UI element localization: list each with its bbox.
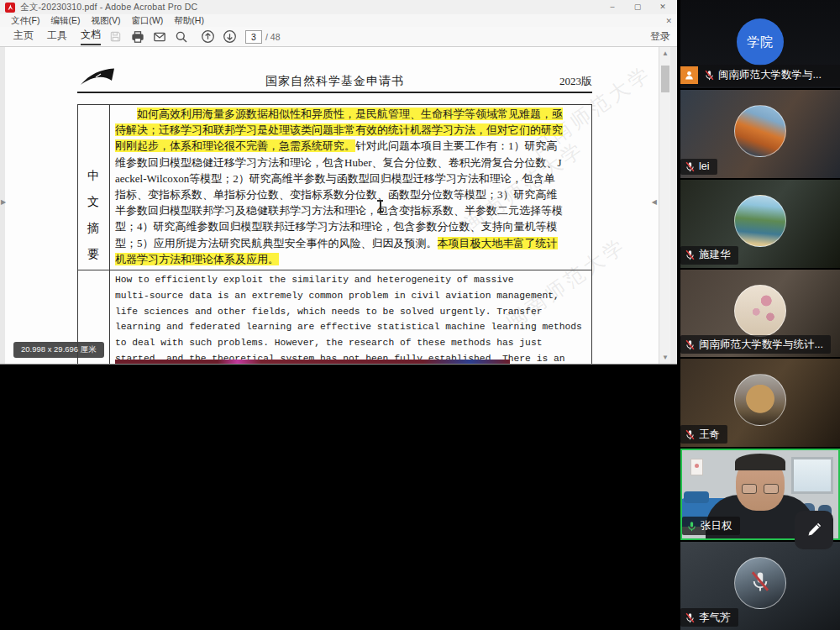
scrollbar-thumb[interactable]	[661, 66, 669, 92]
pdf-document-view[interactable]: 闽南师范大学 闽南师范大学 闽南师范大学 国家自然科学基金申请书 2023版 中…	[0, 47, 677, 364]
menu-help[interactable]: 帮助(H)	[174, 15, 204, 27]
vertical-scrollbar[interactable]: ▲ ▼	[659, 47, 670, 364]
chinese-abstract: 如何高效利用海量多源数据相似性和异质性，是民航管理、生命科学等领域常见难题，亟待…	[115, 106, 591, 267]
participant-name: 李气芳	[699, 611, 731, 625]
participant-name: 张日权	[701, 519, 732, 533]
mic-muted-icon	[685, 339, 696, 350]
page-number-input[interactable]: 3	[245, 30, 262, 44]
mic-muted-icon	[685, 161, 696, 172]
page-down-icon[interactable]	[223, 29, 237, 44]
menubar-close-icon[interactable]: ✕	[665, 17, 672, 25]
avatar	[734, 285, 786, 337]
tab-tools[interactable]: 工具	[47, 29, 67, 45]
participant-tile[interactable]: lei	[680, 90, 840, 178]
participant-tile[interactable]: 李气芳	[680, 542, 840, 630]
document-version: 2023版	[77, 74, 592, 89]
acrobat-titlebar[interactable]: 全文-20230310.pdf - Adobe Acrobat Pro DC –…	[0, 0, 677, 14]
abstract-row-divider	[77, 270, 592, 270]
save-icon[interactable]	[108, 29, 123, 44]
abstract-table-divider	[109, 104, 110, 364]
acrobat-menubar: 文件(F) 编辑(E) 视图(V) 窗口(W) 帮助(H) ✕	[0, 14, 677, 27]
header-rule	[77, 92, 592, 93]
acrobat-window: 全文-20230310.pdf - Adobe Acrobat Pro DC –…	[0, 0, 677, 365]
left-panel-handle[interactable]: ▶	[1, 198, 6, 206]
avatar: 学院	[737, 18, 784, 66]
mic-muted-icon	[685, 429, 696, 440]
minimize-button[interactable]: –	[600, 0, 625, 14]
scroll-down-icon[interactable]: ▼	[659, 354, 671, 361]
abstract-side-label: 中 文 摘 要	[83, 163, 103, 267]
mic-active-icon	[686, 521, 697, 532]
participant-tile[interactable]: 施建华	[680, 180, 840, 268]
text-cursor	[376, 200, 384, 213]
participant-name: 闽南师范大学数学与统计...	[699, 338, 823, 352]
scroll-up-icon[interactable]: ▲	[659, 50, 671, 57]
avatar	[734, 374, 786, 426]
print-icon[interactable]	[130, 29, 144, 44]
menu-window[interactable]: 窗口(W)	[131, 15, 163, 27]
right-panel-handle[interactable]: ◀	[652, 198, 657, 206]
participant-tile[interactable]: 闽南师范大学数学与统计...	[680, 270, 840, 358]
mic-muted-icon	[685, 612, 696, 623]
avatar	[734, 195, 786, 247]
participant-name: lei	[699, 160, 710, 172]
participant-name: 施建华	[699, 248, 731, 262]
participant-tile[interactable]: 学院 闽南师范大学数学与...	[680, 0, 840, 88]
clipped-next-line	[115, 360, 510, 364]
avatar	[734, 105, 786, 157]
tab-home[interactable]: 主页	[13, 29, 34, 45]
close-button[interactable]: ✕	[650, 0, 675, 14]
page-size-tooltip: 20.998 x 29.696 厘米	[13, 342, 104, 358]
tab-document[interactable]: 文档	[81, 28, 101, 45]
menu-file[interactable]: 文件(F)	[11, 15, 39, 27]
email-icon[interactable]	[152, 29, 166, 44]
window-title: 全文-20230310.pdf - Adobe Acrobat Pro DC	[20, 2, 197, 13]
member-icon	[680, 66, 698, 84]
mic-muted-overlay-icon	[749, 570, 771, 596]
participant-name: 闽南师范大学数学与...	[718, 68, 822, 82]
pencil-icon	[805, 521, 823, 539]
page-up-icon[interactable]	[201, 29, 215, 44]
menu-view[interactable]: 视图(V)	[91, 15, 120, 27]
sign-in-button[interactable]: 登录	[650, 29, 670, 44]
search-icon[interactable]	[174, 29, 188, 44]
participants-sidebar: 学院 闽南师范大学数学与... lei 施建华	[680, 0, 840, 630]
mic-muted-icon	[704, 70, 715, 81]
acrobat-toolbar: 主页 工具 文档 3 / 48 登录	[0, 27, 677, 47]
english-abstract: How to efficiently exploit the similarit…	[115, 272, 591, 364]
participant-name: 王奇	[699, 428, 720, 442]
menu-edit[interactable]: 编辑(E)	[50, 15, 80, 27]
participant-tile[interactable]: 王奇	[680, 359, 840, 447]
mic-muted-icon	[685, 249, 696, 260]
page-total-label: / 48	[265, 32, 281, 42]
meeting-stage: 全文-20230310.pdf - Adobe Acrobat Pro DC –…	[0, 0, 840, 630]
maximize-button[interactable]: ▢	[625, 0, 650, 14]
annotate-button[interactable]	[795, 511, 833, 549]
acrobat-app-icon	[5, 3, 15, 13]
